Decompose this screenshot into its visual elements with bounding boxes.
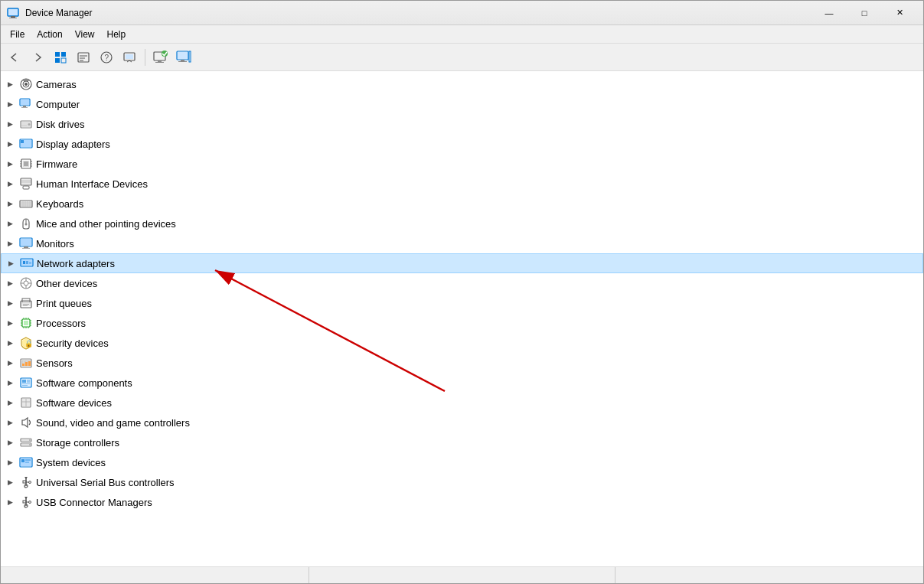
mice-icon: [19, 217, 33, 230]
help-button[interactable]: ?: [96, 47, 117, 68]
tree-item-sound-video[interactable]: ▶ Sound, video and game controllers: [1, 413, 923, 432]
tree-item-hid[interactable]: ▶ Human Interface Devices: [1, 174, 923, 194]
svg-rect-23: [178, 61, 187, 62]
window-controls: — □ ✕: [811, 1, 917, 25]
svg-rect-103: [22, 364, 24, 366]
sound-video-icon: [19, 416, 33, 429]
computer-button[interactable]: [173, 47, 194, 68]
system-devices-icon: [19, 455, 33, 469]
expand-keyboards[interactable]: ▶: [4, 197, 16, 210]
expand-other-devices[interactable]: ▶: [4, 277, 16, 289]
expand-hid[interactable]: ▶: [4, 178, 16, 190]
svg-rect-113: [22, 385, 28, 386]
hid-icon: [19, 177, 33, 191]
tree-item-computer[interactable]: ▶ Computer: [1, 94, 923, 114]
title-bar: Device Manager — □ ✕: [1, 1, 923, 25]
expand-software-components[interactable]: ▶: [4, 377, 16, 389]
tree-item-disk-drives[interactable]: ▶ Disk drives: [1, 114, 923, 134]
tree-item-cameras[interactable]: ▶ Cameras: [1, 74, 923, 94]
tree-item-display-adapters[interactable]: ▶ Display adapters: [1, 134, 923, 154]
svg-point-123: [29, 444, 31, 445]
tree-item-other-devices[interactable]: ▶ Other devices: [1, 273, 923, 293]
svg-rect-86: [24, 321, 28, 325]
svg-rect-121: [21, 444, 30, 445]
tree-item-processors[interactable]: ▶: [1, 313, 923, 333]
status-panel-2: [309, 567, 615, 583]
svg-rect-110: [22, 380, 26, 383]
svg-rect-83: [23, 304, 29, 305]
expand-software-devices[interactable]: ▶: [4, 396, 16, 409]
tree-item-mice[interactable]: ▶ Mice and other pointing devices: [1, 214, 923, 233]
expand-cameras[interactable]: ▶: [4, 78, 16, 90]
device-manager-window: Device Manager — □ ✕ File Action View He…: [0, 0, 924, 584]
sensors-icon: [19, 356, 33, 370]
system-devices-label: System devices: [36, 457, 106, 468]
minimize-button[interactable]: —: [811, 1, 847, 25]
svg-rect-31: [23, 106, 26, 107]
expand-sound-video[interactable]: ▶: [4, 416, 16, 429]
tree-item-usb-controllers[interactable]: ▶ Universal Serial Bus controllers: [1, 472, 923, 492]
software-components-icon: [19, 376, 33, 390]
expand-print-queues[interactable]: ▶: [4, 297, 16, 309]
menu-help[interactable]: Help: [101, 28, 132, 41]
keyboards-label: Keyboards: [36, 198, 83, 210]
keyboards-icon: [19, 197, 33, 210]
expand-network-adapters[interactable]: ▶: [5, 257, 17, 269]
menu-file[interactable]: File: [4, 28, 31, 41]
expand-computer[interactable]: ▶: [4, 98, 16, 110]
show-hide-button[interactable]: [50, 47, 71, 68]
close-button[interactable]: ✕: [882, 1, 917, 25]
maximize-button[interactable]: □: [847, 1, 882, 25]
svg-rect-53: [23, 186, 29, 189]
svg-rect-39: [21, 140, 24, 143]
expand-storage-controllers[interactable]: ▶: [4, 436, 16, 449]
svg-rect-2: [9, 18, 17, 18]
tree-item-usb-connector[interactable]: ▶ USB Connector Managers: [1, 492, 923, 512]
svg-point-64: [25, 223, 28, 226]
toolbar-separator: [145, 49, 145, 66]
menu-bar: File Action View Help: [1, 25, 923, 44]
expand-monitors[interactable]: ▶: [4, 237, 16, 250]
forward-button[interactable]: [27, 47, 48, 68]
usb-connector-icon: [19, 495, 33, 509]
menu-action[interactable]: Action: [31, 28, 68, 41]
expand-processors[interactable]: ▶: [4, 317, 16, 329]
menu-view[interactable]: View: [69, 28, 101, 41]
svg-rect-4: [55, 52, 60, 57]
tree-item-print-queues[interactable]: ▶ Print queues: [1, 293, 923, 313]
tree-item-network-adapters[interactable]: ▶ Network adapters: [1, 253, 923, 273]
svg-rect-112: [22, 383, 30, 384]
expand-usb-connector[interactable]: ▶: [4, 496, 16, 508]
tree-item-system-devices[interactable]: ▶ System devices: [1, 452, 923, 472]
tree-item-storage-controllers[interactable]: ▶ Storage controllers: [1, 432, 923, 452]
scan-changes-button[interactable]: [150, 47, 171, 68]
processors-label: Processors: [36, 318, 86, 329]
expand-disk-drives[interactable]: ▶: [4, 118, 16, 130]
window-title: Device Manager: [25, 8, 811, 18]
svg-point-75: [24, 281, 28, 285]
tree-item-security-devices[interactable]: ▶ 🔒 Security devices: [1, 333, 923, 353]
svg-rect-50: [21, 179, 31, 184]
expand-usb-controllers[interactable]: ▶: [4, 476, 16, 488]
tree-item-software-devices[interactable]: ▶ Software devices: [1, 393, 923, 413]
firmware-label: Firmware: [36, 158, 77, 170]
expand-sensors[interactable]: ▶: [4, 357, 16, 369]
tree-item-monitors[interactable]: ▶ Monitors: [1, 233, 923, 253]
svg-rect-17: [158, 60, 162, 62]
tree-item-software-components[interactable]: ▶ Software components: [1, 373, 923, 393]
expand-firmware[interactable]: ▶: [4, 158, 16, 170]
expand-security-devices[interactable]: ▶: [4, 337, 16, 349]
tree-item-firmware[interactable]: ▶ Firmw: [1, 154, 923, 174]
software-devices-icon: [19, 396, 33, 409]
tree-item-sensors[interactable]: ▶ Sensors: [1, 353, 923, 373]
security-devices-label: Security devices: [36, 338, 109, 349]
expand-display-adapters[interactable]: ▶: [4, 138, 16, 150]
tree-item-keyboards[interactable]: ▶ Keybo: [1, 194, 923, 214]
device-tree[interactable]: ▶ Cameras ▶: [1, 71, 923, 566]
update-driver-button[interactable]: [119, 47, 140, 68]
svg-point-133: [29, 481, 31, 484]
expand-system-devices[interactable]: ▶: [4, 456, 16, 468]
back-button[interactable]: [4, 47, 25, 68]
expand-mice[interactable]: ▶: [4, 217, 16, 230]
properties-button[interactable]: [73, 47, 94, 68]
